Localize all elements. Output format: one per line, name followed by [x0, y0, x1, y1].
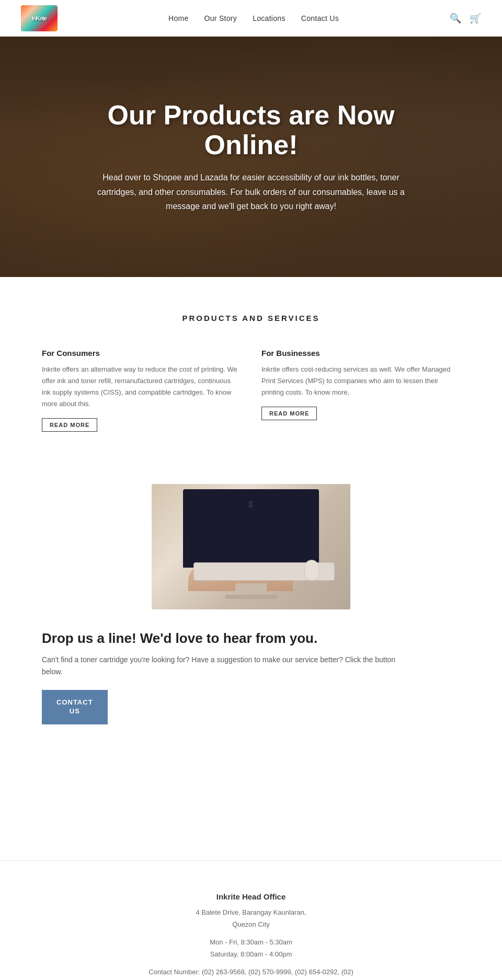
- nav-contact-us[interactable]: Contact Us: [301, 14, 339, 22]
- contact-us-button[interactable]: CONTACTUS: [42, 690, 108, 724]
- products-section: PRODUCTS AND SERVICES For Consumers Inkr…: [0, 277, 502, 463]
- contact-section:  Drop us a line! We'd love to hear from…: [0, 463, 502, 756]
- contact-image: : [152, 484, 350, 609]
- cart-icon[interactable]: 🛒: [470, 13, 481, 24]
- hero-subtitle: Head over to Shopee and Lazada for easie…: [84, 170, 418, 213]
- contact-image-container: : [42, 484, 460, 609]
- logo-text: InKrite: [32, 15, 47, 21]
- products-grid: For Consumers Inkrite offers an alternat…: [42, 349, 460, 432]
- contact-headline: Drop us a line! We'd love to hear from y…: [42, 630, 460, 647]
- businesses-read-more-button[interactable]: READ MORE: [261, 407, 317, 420]
- footer-address-line2: Quezon City: [232, 920, 270, 928]
- product-consumers-body: Inkrite offers an alternative way to red…: [42, 364, 241, 410]
- contact-description: Can't find a toner cartridge you're look…: [42, 654, 397, 677]
- hero-section: Our Products are Now Online! Head over t…: [0, 37, 502, 277]
- footer-contact-numbers: Contact Number: (02) 263-9568, (02) 570-…: [42, 966, 460, 978]
- imac-screen: : [183, 489, 319, 568]
- logo-area: InKrite: [21, 5, 58, 31]
- nav-locations[interactable]: Locations: [253, 14, 286, 22]
- footer-address-line1: 4 Balete Drive, Barangay Kaunlaran,: [196, 908, 306, 916]
- product-card-consumers: For Consumers Inkrite offers an alternat…: [42, 349, 241, 432]
- product-businesses-body: Inkrite offers cost-reducing services as…: [261, 364, 460, 398]
- product-card-businesses: For Businesses Inkrite offers cost-reduc…: [261, 349, 460, 432]
- footer-hours-saturday: Saturday, 8:00am - 4:00pm: [210, 950, 292, 958]
- hero-title: Our Products are Now Online!: [84, 100, 418, 160]
- hero-content: Our Products are Now Online! Head over t…: [73, 90, 429, 224]
- main-nav: Home Our Story Locations Contact Us: [168, 14, 339, 22]
- site-header: InKrite Home Our Story Locations Contact…: [0, 0, 502, 37]
- consumers-read-more-button[interactable]: READ MORE: [42, 418, 97, 432]
- footer-address: 4 Balete Drive, Barangay Kaunlaran, Quez…: [42, 906, 460, 931]
- apple-logo-icon: : [249, 500, 253, 509]
- product-consumers-heading: For Consumers: [42, 349, 241, 358]
- search-icon[interactable]: 🔍: [450, 13, 461, 24]
- header-icons: 🔍 🛒: [450, 13, 481, 24]
- site-logo[interactable]: InKrite: [21, 5, 58, 31]
- imac-stand: [235, 583, 267, 594]
- footer-office-name: Inkrite Head Office: [42, 892, 460, 901]
- mouse-illustration: [304, 560, 319, 581]
- product-businesses-heading: For Businesses: [261, 349, 460, 358]
- footer-hours-weekday: Mon - Fri, 8:30am - 5:30am: [210, 938, 292, 946]
- nav-our-story[interactable]: Our Story: [204, 14, 237, 22]
- nav-home[interactable]: Home: [168, 14, 189, 22]
- footer-hours: Mon - Fri, 8:30am - 5:30am Saturday, 8:0…: [42, 936, 460, 961]
- site-footer: Inkrite Head Office 4 Balete Drive, Bara…: [0, 860, 502, 980]
- imac-base: [225, 595, 277, 599]
- products-section-title: PRODUCTS AND SERVICES: [42, 314, 460, 322]
- spacer: [0, 756, 502, 860]
